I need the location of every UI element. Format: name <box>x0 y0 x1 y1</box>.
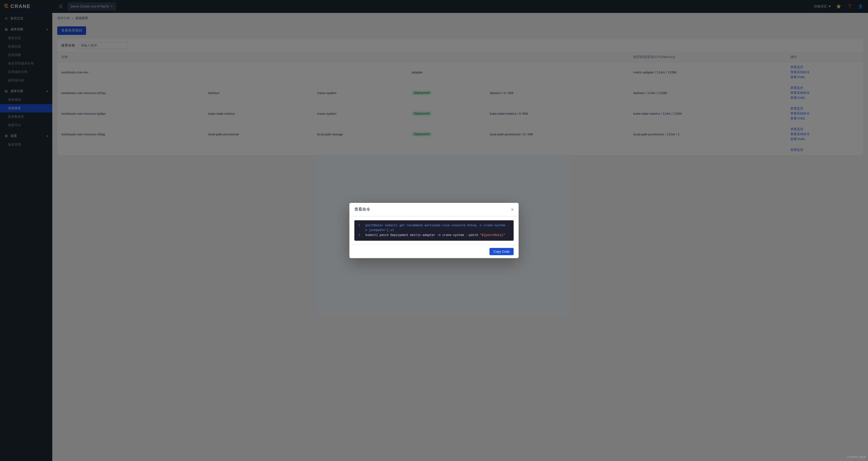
code-line-1: 1 patchData=`kubectl get recommend workl… <box>358 223 510 233</box>
code-string: "${patchData}" <box>480 234 505 237</box>
line-number: 2 <box>358 233 362 238</box>
copy-code-button[interactable]: Copy Code <box>490 248 514 255</box>
modal-dialog: 查看命令 × 1 patchData=`kubectl get recommen… <box>349 203 519 258</box>
code-text: patchData=`kubectl get recommend workloa… <box>365 223 510 233</box>
code-text: kubectl patch Deployment metric-adapter … <box>365 233 505 238</box>
modal-footer: Copy Code <box>349 245 519 258</box>
code-line-2: 2 kubectl patch Deployment metric-adapte… <box>358 233 510 238</box>
code-block: 1 patchData=`kubectl get recommend workl… <box>354 220 514 241</box>
modal-title: 查看命令 <box>354 207 370 212</box>
watermark: CSGN中小蜜齐 <box>847 455 866 459</box>
modal-header: 查看命令 × <box>349 203 519 216</box>
line-number: 1 <box>358 223 362 233</box>
modal-overlay[interactable]: 查看命令 × 1 patchData=`kubectl get recommen… <box>0 0 868 461</box>
modal-body: 1 patchData=`kubectl get recommend workl… <box>349 216 519 245</box>
modal-close-button[interactable]: × <box>511 207 514 212</box>
